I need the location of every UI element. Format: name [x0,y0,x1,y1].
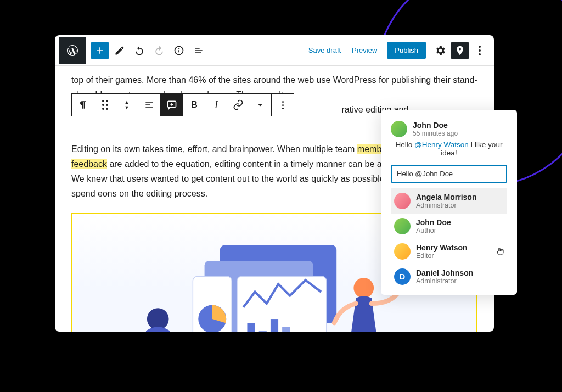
settings-button[interactable] [431,42,449,59]
multicollab-button[interactable] [451,42,469,59]
svg-rect-15 [282,327,290,332]
avatar: D [394,268,411,285]
preview-button[interactable]: Preview [346,46,383,54]
more-formatting-button[interactable] [249,94,271,116]
info-button[interactable] [170,42,188,59]
link-button[interactable] [227,94,249,116]
align-button[interactable] [138,94,160,116]
add-block-button[interactable] [91,42,109,59]
chevron-down-icon [255,99,266,110]
redo-button[interactable] [150,42,168,59]
block-toolbar: ▲▼ B I [71,93,294,116]
paragraph-type-button[interactable] [72,94,94,116]
pin-icon [454,45,465,56]
cursor-icon [495,247,505,256]
avatar [391,121,407,137]
list-icon [193,45,204,56]
wordpress-icon [66,44,79,57]
reply-input[interactable]: Hello @John Doe​ [391,165,507,183]
align-icon [144,99,155,110]
svg-point-18 [353,278,374,298]
comment-panel: John Doe 55 minutes ago Hello @Henry Wat… [381,110,517,295]
svg-rect-13 [259,331,267,332]
kebab-icon [479,46,481,55]
redo-icon [154,45,165,56]
paragraph-text: Editing on its own takes time, effort, a… [71,144,357,154]
mention-suggestions: Angela MorrisonAdministrator John DoeAut… [391,188,507,289]
outline-button[interactable] [190,42,207,59]
wordpress-logo[interactable] [59,37,86,64]
edit-mode-button[interactable] [111,42,128,59]
move-block-button[interactable]: ▲▼ [116,94,138,116]
drag-handle[interactable] [94,94,116,116]
more-menu-button[interactable] [471,42,488,59]
link-icon [233,99,244,110]
mention-option[interactable]: Angela MorrisonAdministrator [391,188,507,214]
mention-link[interactable]: @Henry Watson [414,141,469,149]
svg-rect-14 [271,319,278,332]
avatar [394,243,411,260]
bold-button[interactable]: B [183,94,205,116]
drag-icon [102,100,108,110]
svg-point-16 [147,309,169,331]
publish-button[interactable]: Publish [387,42,426,59]
save-draft-button[interactable]: Save draft [303,46,346,54]
comment-text: Hello @Henry Watson I like your idea! [391,141,507,157]
info-icon [173,45,184,56]
avatar [394,193,411,209]
avatar [394,218,411,234]
svg-point-2 [179,48,179,49]
mention-option[interactable]: John DoeAuthor [391,214,507,239]
comment-author: John Doe [413,121,458,130]
svg-rect-12 [247,323,255,332]
gear-icon [434,44,446,57]
mention-option[interactable]: D Daniel JohnsonAdministrator [391,264,507,289]
plus-icon [94,45,105,56]
mention-option[interactable]: Henry WatsonEditor [391,239,507,264]
add-comment-button[interactable] [161,94,183,116]
comment-plus-icon [166,99,177,110]
italic-button[interactable]: I [205,94,227,116]
undo-icon [134,45,145,56]
block-options-button[interactable] [272,94,294,116]
up-down-icon: ▲▼ [125,100,130,110]
pilcrow-icon [77,99,88,110]
comment-header: John Doe 55 minutes ago [391,121,507,137]
editor-topbar: Save draft Preview Publish [55,35,494,66]
pencil-icon [114,45,125,56]
comment-time: 55 minutes ago [413,130,458,137]
undo-button[interactable] [131,42,148,59]
